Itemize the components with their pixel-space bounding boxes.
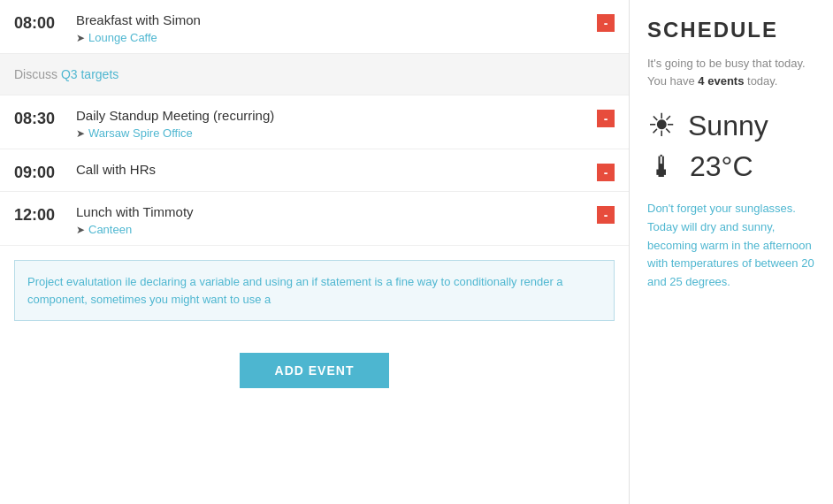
- delete-button-4[interactable]: -: [597, 206, 615, 224]
- event-time-4: 12:00: [14, 204, 67, 225]
- add-event-container: ADD EVENT: [0, 335, 629, 406]
- event-row-3: 09:00 Call with HRs -: [0, 149, 629, 192]
- event-title-2: Daily Standup Meeting (recurring): [76, 108, 597, 123]
- weather-condition: Sunny: [688, 110, 768, 142]
- q3-highlight: Q3 targets: [61, 67, 118, 81]
- event-details-3: Call with HRs: [67, 162, 597, 180]
- temperature-row: 🌡 23°C: [647, 149, 815, 184]
- event-location-2: ➤ Warsaw Spire Office: [76, 126, 597, 140]
- project-note-box: Project evalutation ile declaring a vari…: [14, 260, 615, 321]
- note-row-q3: Discuss Q3 targets: [0, 54, 629, 95]
- right-panel: SCHEDULE It's going to be busy that toda…: [630, 0, 833, 504]
- event-location-1: ➤ Lounge Caffe: [76, 31, 597, 44]
- location-icon-4: ➤: [76, 224, 85, 236]
- location-icon-2: ➤: [76, 127, 85, 140]
- event-title-4: Lunch with Timmoty: [76, 204, 597, 219]
- delete-button-3[interactable]: -: [597, 164, 615, 181]
- schedule-title: SCHEDULE: [647, 18, 815, 42]
- event-count-highlight: 4 events: [698, 74, 744, 88]
- event-location-text-2: Warsaw Spire Office: [88, 126, 193, 140]
- weather-description: Don't forget your sunglasses. Today will…: [647, 200, 815, 292]
- event-time-3: 09:00: [14, 162, 67, 182]
- event-details-2: Daily Standup Meeting (recurring) ➤ Wars…: [67, 108, 597, 140]
- event-details-1: Breakfast with Simon ➤ Lounge Caffe: [67, 12, 597, 44]
- thermometer-icon: 🌡: [647, 149, 677, 184]
- event-row-2: 08:30 Daily Standup Meeting (recurring) …: [0, 95, 629, 149]
- location-icon-1: ➤: [76, 32, 85, 44]
- event-location-text-1: Lounge Caffe: [88, 31, 157, 44]
- event-details-4: Lunch with Timmoty ➤ Canteen: [67, 204, 597, 236]
- left-panel: 08:00 Breakfast with Simon ➤ Lounge Caff…: [0, 0, 630, 504]
- event-location-text-4: Canteen: [88, 223, 132, 236]
- q3-note-text: Discuss Q3 targets: [14, 67, 118, 81]
- delete-button-1[interactable]: -: [597, 14, 615, 32]
- weather-sunny-row: ☀ Sunny: [647, 107, 815, 144]
- project-note-text: Project evalutation ile declaring a vari…: [27, 273, 601, 308]
- event-location-4: ➤ Canteen: [76, 223, 597, 236]
- delete-button-2[interactable]: -: [597, 110, 615, 127]
- subtitle-after: today.: [744, 74, 777, 88]
- schedule-subtitle: It's going to be busy that today. You ha…: [647, 55, 815, 89]
- event-row-4: 12:00 Lunch with Timmoty ➤ Canteen -: [0, 192, 629, 246]
- add-event-button[interactable]: ADD EVENT: [240, 353, 390, 388]
- temperature-label: 23°C: [690, 150, 753, 183]
- event-time-1: 08:00: [14, 12, 67, 33]
- event-time-2: 08:30: [14, 108, 67, 128]
- event-title-1: Breakfast with Simon: [76, 12, 597, 27]
- sun-icon: ☀: [647, 107, 676, 144]
- event-row-1: 08:00 Breakfast with Simon ➤ Lounge Caff…: [0, 0, 629, 54]
- event-title-3: Call with HRs: [76, 162, 597, 177]
